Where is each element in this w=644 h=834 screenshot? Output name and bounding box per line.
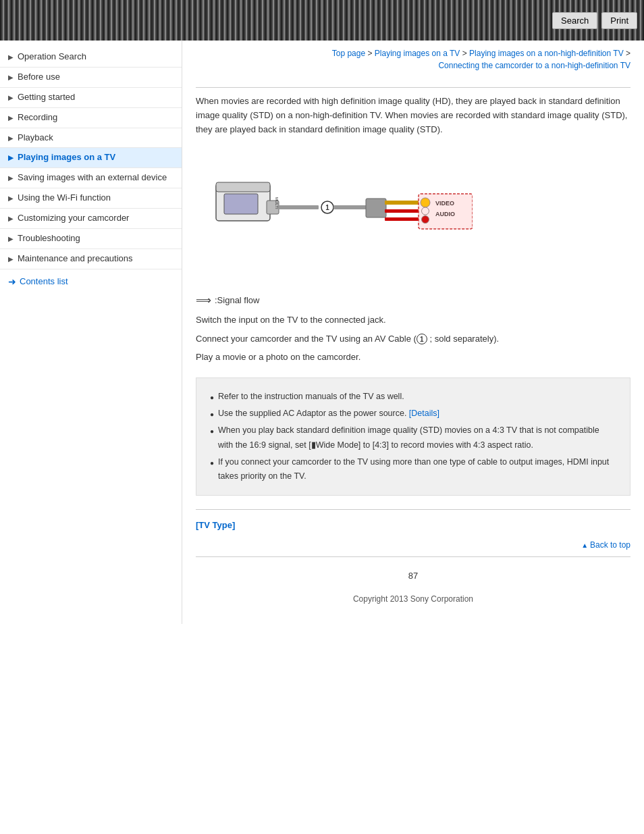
note-text-3: When you play back standard definition i… — [218, 423, 616, 452]
sidebar-item-label: Getting started — [18, 92, 175, 103]
back-to-top-link[interactable]: ▲ Back to top — [581, 540, 630, 550]
up-arrow-icon: ▲ — [581, 542, 590, 549]
search-button[interactable]: Search — [552, 12, 597, 29]
sidebar-item-label: Maintenance and precautions — [18, 253, 175, 265]
svg-rect-1 — [216, 182, 270, 192]
breadcrumb: Top page > Playing images on a TV > Play… — [196, 47, 630, 77]
mid-divider — [196, 509, 630, 510]
tv-type-link[interactable]: [TV Type] — [196, 520, 235, 530]
circle-1: 1 — [417, 334, 427, 344]
sidebar-item-saving-images[interactable]: ▶ Saving images with an external device — [0, 168, 182, 188]
sidebar-item-playback[interactable]: ▶ Playback — [0, 128, 182, 149]
note-item-2: Use the supplied AC Adaptor as the power… — [210, 405, 616, 422]
signal-flow-label: :Signal flow — [215, 295, 259, 305]
sidebar-item-maintenance[interactable]: ▶ Maintenance and precautions — [0, 249, 182, 269]
note-list: Refer to the instruction manuals of the … — [210, 388, 616, 486]
sidebar-item-label: Using the Wi-Fi function — [18, 192, 175, 204]
breadcrumb-sep3: > — [626, 49, 630, 58]
instruction-text-1: Switch the input on the TV to the connec… — [196, 315, 386, 325]
sidebar-item-wifi[interactable]: ▶ Using the Wi-Fi function — [0, 188, 182, 209]
instruction-text-3: Play a movie or a photo on the camcorder… — [196, 352, 360, 362]
breadcrumb-sep2: > — [462, 49, 469, 58]
note-item-1: Refer to the instruction manuals of the … — [210, 388, 616, 405]
signal-flow-text: ⟹ :Signal flow — [196, 294, 630, 307]
connection-diagram: MULTI 1 VIDEO AUDIO — [196, 150, 473, 285]
sidebar-item-label: Customizing your camcorder — [18, 213, 175, 224]
note-item-3: When you play back standard definition i… — [210, 422, 616, 454]
arrow-icon: ▶ — [8, 113, 14, 122]
breadcrumb-sep1: > — [368, 49, 375, 58]
breadcrumb-connecting[interactable]: Connecting the camcorder to a non-high-d… — [438, 61, 630, 70]
sidebar-item-before-use[interactable]: ▶ Before use — [0, 68, 182, 88]
svg-text:1: 1 — [325, 204, 329, 211]
top-divider — [196, 87, 630, 88]
arrow-icon: ▶ — [8, 53, 14, 61]
arrow-icon: ▶ — [8, 255, 14, 263]
contents-list-link[interactable]: ➜ Contents list — [0, 269, 182, 294]
arrow-icon: ▶ — [8, 194, 14, 203]
sidebar-item-label: Saving images with an external device — [18, 172, 175, 184]
diagram-area: MULTI 1 VIDEO AUDIO — [196, 150, 630, 287]
svg-rect-22 — [419, 194, 473, 229]
note-item-4: If you connect your camcorder to the TV … — [210, 454, 616, 486]
back-to-top-label: Back to top — [590, 540, 630, 550]
sidebar-item-recording[interactable]: ▶ Recording — [0, 108, 182, 128]
svg-rect-5 — [278, 205, 319, 209]
sidebar-item-label: Playback — [18, 132, 175, 144]
breadcrumb-top[interactable]: Top page — [332, 49, 365, 58]
arrow-icon: ▶ — [8, 234, 14, 243]
note-text-2: Use the supplied AC Adaptor as the power… — [218, 407, 439, 421]
print-button[interactable]: Print — [601, 12, 637, 29]
copyright: Copyright 2013 Sony Corporation — [196, 588, 630, 610]
details-link[interactable]: [Details] — [409, 409, 439, 418]
svg-rect-2 — [224, 194, 258, 214]
arrow-icon: ▶ — [8, 93, 14, 102]
instruction-1: Switch the input on the TV to the connec… — [196, 313, 630, 327]
contents-list-arrow-icon: ➜ — [8, 276, 16, 287]
svg-rect-9 — [366, 199, 386, 217]
arrow-icon: ▶ — [8, 214, 14, 223]
bottom-divider — [196, 556, 630, 557]
instruction-text-2: Connect your camcorder and the TV using … — [196, 334, 499, 344]
sidebar-item-troubleshooting[interactable]: ▶ Troubleshooting — [0, 229, 182, 249]
svg-rect-8 — [333, 205, 367, 209]
sidebar: ▶ Operation Search ▶ Before use ▶ Gettin… — [0, 41, 182, 624]
sidebar-item-customizing[interactable]: ▶ Customizing your camcorder — [0, 209, 182, 229]
arrow-icon: ▶ — [8, 174, 14, 182]
svg-rect-10 — [385, 201, 419, 205]
breadcrumb-nonhd[interactable]: Playing images on a non-high-definition … — [469, 49, 624, 58]
arrow-icon: ▶ — [8, 134, 14, 142]
main-content: Top page > Playing images on a TV > Play… — [182, 41, 644, 624]
svg-rect-16 — [385, 217, 419, 221]
sidebar-item-label-active: Playing images on a TV — [18, 152, 175, 163]
breadcrumb-playing[interactable]: Playing images on a TV — [375, 49, 460, 58]
page-description: When movies are recorded with high defin… — [196, 95, 630, 136]
sidebar-item-operation-search[interactable]: ▶ Operation Search — [0, 47, 182, 68]
page-layout: ▶ Operation Search ▶ Before use ▶ Gettin… — [0, 41, 644, 624]
related-link-section: [TV Type] — [196, 520, 630, 530]
contents-list-label: Contents list — [20, 276, 68, 286]
svg-rect-13 — [385, 209, 419, 213]
header: Search Print — [0, 0, 644, 41]
signal-arrow-icon: ⟹ — [196, 294, 211, 307]
page-number: 87 — [196, 571, 630, 581]
instruction-2: Connect your camcorder and the TV using … — [196, 332, 630, 346]
note-text-4: If you connect your camcorder to the TV … — [218, 455, 616, 484]
arrow-icon-active: ▶ — [8, 153, 14, 162]
note-box: Refer to the instruction manuals of the … — [196, 377, 630, 496]
sidebar-item-label: Recording — [18, 112, 175, 124]
sidebar-item-getting-started[interactable]: ▶ Getting started — [0, 88, 182, 108]
note-text-1: Refer to the instruction manuals of the … — [218, 390, 404, 404]
sidebar-item-label: Before use — [18, 72, 175, 83]
back-to-top: ▲ Back to top — [196, 540, 630, 550]
arrow-icon: ▶ — [8, 73, 14, 82]
sidebar-item-label: Operation Search — [18, 51, 175, 63]
instruction-3: Play a movie or a photo on the camcorder… — [196, 350, 630, 364]
sidebar-item-label: Troubleshooting — [18, 233, 175, 244]
sidebar-item-playing-images[interactable]: ▶ Playing images on a TV — [0, 148, 182, 168]
